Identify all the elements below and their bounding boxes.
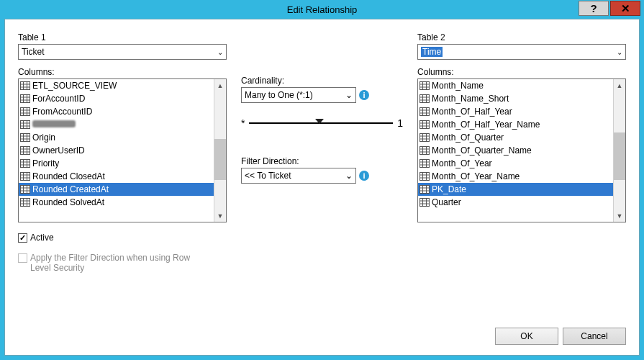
relationship-slider[interactable]: * 1 [241, 117, 403, 129]
list-item-label: PK_Date [432, 184, 466, 194]
list-item[interactable]: PK_Date [418, 183, 613, 196]
help-button[interactable]: ? [579, 1, 609, 16]
list-item[interactable]: OwnerUserID [19, 144, 214, 157]
rel-track[interactable] [249, 122, 393, 124]
close-icon: ✕ [621, 2, 630, 15]
table-icon [419, 146, 430, 155]
list-item-label: Origin [32, 132, 55, 143]
rel-right-symbol: 1 [397, 117, 403, 129]
table1-value: Ticket [22, 47, 45, 57]
list-item[interactable]: Month_Of_Year_Name [418, 170, 613, 183]
table-icon [419, 172, 430, 181]
list-item-label: Month_Name [432, 81, 484, 91]
rls-checkbox-row[interactable]: Apply the Filter Direction when using Ro… [18, 253, 205, 273]
list-item[interactable]: Month_Of_Half_Year [418, 105, 613, 118]
list-item-label: ETL_SOURCE_VIEW [32, 81, 117, 91]
scroll-down-icon[interactable]: ▼ [214, 210, 226, 222]
cardinality-value: Many to One (*:1) [245, 90, 313, 100]
list-item[interactable]: Month_Of_Half_Year_Name [418, 118, 613, 131]
table-icon [20, 146, 30, 155]
list-item[interactable]: ForAccountID [19, 92, 214, 105]
scroll-up-icon[interactable]: ▲ [214, 79, 226, 91]
list-item-label [32, 120, 76, 130]
scrollbar[interactable]: ▲ ▼ [214, 79, 226, 222]
cardinality-label: Cardinality: [241, 76, 403, 86]
dialog-window: Edit Relationship ? ✕ Table 1 Ticket ⌄ C… [0, 0, 644, 360]
table-icon [419, 133, 430, 142]
list-item[interactable]: Quarter [418, 196, 613, 209]
help-icon: ? [590, 2, 597, 14]
list-item[interactable]: FromAccountID [19, 105, 214, 118]
chevron-down-icon: ⌄ [217, 48, 223, 56]
list-item-label: Month_Of_Quarter_Name [432, 145, 532, 156]
cancel-button[interactable]: Cancel [563, 328, 626, 345]
active-checkbox-row[interactable]: Active [18, 233, 227, 243]
list-item-label: Month_Of_Half_Year_Name [432, 120, 540, 130]
list-item-label: ForAccountID [32, 94, 85, 104]
list-item[interactable]: Month_Name [418, 79, 613, 92]
list-item[interactable]: Month_Of_Year [418, 157, 613, 170]
scroll-down-icon[interactable]: ▼ [614, 210, 625, 222]
table1-panel: Table 1 Ticket ⌄ Columns: ETL_SOURCE_VIE… [18, 32, 227, 273]
table2-columns-label: Columns: [417, 67, 626, 77]
table2-value: Time [421, 47, 443, 57]
filter-direction-value: << To Ticket [245, 171, 291, 181]
info-icon[interactable]: i [359, 171, 369, 181]
titlebar: Edit Relationship ? ✕ [0, 0, 644, 17]
cardinality-combo[interactable]: Many to One (*:1) ⌄ [241, 87, 356, 103]
table2-panel: Table 2 Time ⌄ Columns: Month_NameMonth_… [417, 32, 626, 273]
list-item-label: Rounded CreatedAt [32, 184, 109, 194]
table2-columns-list[interactable]: Month_NameMonth_Name_ShortMonth_Of_Half_… [417, 78, 626, 222]
table1-label: Table 1 [18, 32, 227, 42]
info-icon[interactable]: i [359, 90, 369, 100]
chevron-down-icon: ⌄ [345, 90, 353, 100]
ok-button[interactable]: OK [495, 328, 558, 345]
dialog-body: Table 1 Ticket ⌄ Columns: ETL_SOURCE_VIE… [4, 19, 640, 356]
list-item-label: Rounded SolvedAt [32, 197, 104, 207]
table-icon [20, 120, 30, 129]
table1-columns-label: Columns: [18, 67, 227, 77]
list-item[interactable]: Origin [19, 131, 214, 144]
table-icon [419, 185, 430, 194]
list-item[interactable]: Month_Of_Quarter [418, 131, 613, 144]
filter-direction-label: Filter Direction: [241, 156, 403, 166]
list-item-label: FromAccountID [32, 107, 92, 117]
list-item[interactable]: Rounded ClosedAt [19, 170, 214, 183]
close-button[interactable]: ✕ [610, 1, 640, 16]
table2-label: Table 2 [417, 32, 626, 42]
list-item[interactable]: Month_Of_Quarter_Name [418, 144, 613, 157]
list-item[interactable]: Month_Name_Short [418, 92, 613, 105]
list-item[interactable] [19, 118, 214, 131]
rel-handle-icon[interactable] [315, 119, 324, 124]
table-icon [419, 94, 430, 103]
list-item-label: Priority [32, 158, 59, 168]
table-icon [419, 198, 430, 207]
active-checkbox[interactable] [18, 233, 27, 243]
table1-columns-list[interactable]: ETL_SOURCE_VIEWForAccountIDFromAccountID… [18, 78, 227, 222]
list-item-label: Rounded ClosedAt [32, 171, 105, 181]
list-item-label: OwnerUserID [32, 145, 85, 156]
table-icon [419, 107, 430, 116]
scrollbar[interactable]: ▲ ▼ [613, 79, 625, 222]
list-item-label: Month_Name_Short [432, 94, 509, 104]
table-icon [20, 198, 30, 207]
table1-combo[interactable]: Ticket ⌄ [18, 44, 227, 60]
list-item[interactable]: Priority [19, 157, 214, 170]
list-item[interactable]: Rounded CreatedAt [19, 183, 214, 196]
rls-label: Apply the Filter Direction when using Ro… [30, 253, 205, 273]
filter-direction-combo[interactable]: << To Ticket ⌄ [241, 168, 356, 184]
table2-combo[interactable]: Time ⌄ [417, 44, 626, 60]
table-icon [419, 159, 430, 168]
table-icon [419, 120, 430, 129]
rls-checkbox[interactable] [18, 253, 27, 263]
table-icon [20, 94, 30, 103]
active-label: Active [30, 233, 54, 243]
list-item[interactable]: Rounded SolvedAt [19, 196, 214, 209]
scroll-up-icon[interactable]: ▲ [614, 79, 625, 91]
table-icon [20, 172, 30, 181]
list-item-label: Month_Of_Half_Year [432, 107, 512, 117]
table-icon [20, 159, 30, 168]
list-item[interactable]: ETL_SOURCE_VIEW [19, 79, 214, 92]
chevron-down-icon: ⌄ [617, 48, 622, 56]
rel-left-symbol: * [241, 117, 245, 129]
